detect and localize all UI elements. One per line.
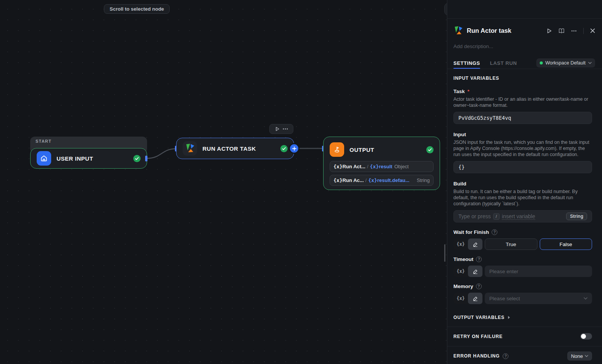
close-panel-icon[interactable]	[590, 28, 595, 33]
start-group-label: START	[36, 139, 147, 143]
variable-mode-button[interactable]: {x}	[453, 266, 468, 277]
error-heading: ERROR HANDLING	[453, 353, 500, 359]
edit-mode-button[interactable]	[468, 238, 482, 250]
var-source-name: Run Ac...	[342, 177, 364, 183]
slash-keycap: /	[493, 213, 500, 220]
panel-header: Run Actor task	[453, 26, 595, 35]
run-step-icon[interactable]	[547, 28, 552, 34]
memory-select[interactable]: Please select	[485, 293, 592, 304]
header-divider	[583, 28, 584, 34]
chevron-right-icon	[508, 316, 510, 319]
value-mode-toggle: {x}	[453, 293, 482, 304]
pencil-icon	[473, 242, 478, 247]
error-handling-section: ERROR HANDLING ? None	[453, 351, 592, 361]
more-options-icon[interactable]	[571, 30, 577, 32]
scroll-to-node-button[interactable]: Scroll to selected node	[104, 4, 170, 14]
chevron-down-icon	[584, 297, 587, 300]
variable-mode-button[interactable]: {x}	[453, 293, 468, 304]
build-placeholder-prefix: Type or press	[458, 213, 491, 219]
canvas-scrollbar-thumb[interactable]	[444, 244, 445, 262]
build-description: Build to run. It can be either a build t…	[453, 188, 592, 207]
edit-mode-button[interactable]	[468, 266, 482, 277]
timeout-label: Timeout	[453, 256, 473, 262]
section-divider	[447, 327, 602, 327]
json-input[interactable]: {}	[453, 161, 592, 173]
node-user-input[interactable]: USER INPUT	[30, 148, 147, 169]
path-slash: /	[367, 164, 369, 169]
task-description: Actor task identifier - ID or an alias i…	[453, 96, 592, 108]
output-port[interactable]	[145, 156, 147, 161]
pencil-icon	[473, 296, 478, 301]
help-icon[interactable]: ?	[492, 229, 497, 235]
wait-false-button[interactable]: False	[540, 238, 592, 250]
workspace-selector[interactable]: Workspace Default	[536, 58, 595, 68]
task-label: Task	[453, 89, 465, 94]
wait-true-button[interactable]: True	[485, 238, 537, 250]
help-icon[interactable]: ?	[476, 283, 482, 289]
node-settings-panel: Run Actor task Add descript	[447, 0, 602, 364]
help-icon[interactable]: ?	[476, 256, 482, 262]
memory-label: Memory	[453, 283, 473, 289]
add-node-button[interactable]	[290, 144, 298, 153]
node-title: OUTPUT	[350, 147, 421, 153]
help-icon[interactable]: ?	[503, 353, 508, 359]
task-input[interactable]: PvVdGcG5zsyT8E4vq	[453, 112, 592, 124]
var-path: result	[379, 164, 392, 169]
input-description: JSON input for the task run, which you c…	[453, 139, 592, 158]
var-source-name: Run Act...	[342, 164, 365, 169]
toggle-knob	[581, 334, 586, 339]
value-mode-toggle: {x}	[453, 238, 482, 250]
retry-toggle[interactable]	[580, 333, 592, 340]
node-more-icon[interactable]	[283, 128, 288, 130]
workspace-label: Workspace Default	[545, 60, 586, 66]
var-badge: {x}	[368, 177, 377, 183]
var-type: String	[417, 177, 430, 183]
insert-variable-link[interactable]: insert variable	[502, 213, 535, 220]
node-title: RUN ACTOR TASK	[202, 145, 275, 152]
type-badge: String	[566, 213, 587, 220]
panel-title: Run Actor task	[467, 27, 543, 34]
check-circle-icon	[133, 155, 141, 162]
tabs-divider	[447, 69, 602, 69]
error-handling-select[interactable]: None	[567, 351, 592, 361]
json-input-value: {}	[458, 164, 464, 170]
apify-logo-icon	[183, 141, 197, 156]
chevron-down-icon	[585, 355, 588, 357]
input-variables-heading: INPUT VARIABLES	[453, 76, 592, 81]
output-variable-row[interactable]: {x}Run Act... / {x}result Object	[330, 161, 434, 172]
edit-mode-button[interactable]	[468, 293, 482, 304]
var-path: result.defau...	[377, 177, 409, 183]
var-type: Object	[394, 164, 409, 169]
var-badge: {x}	[370, 164, 379, 169]
var-badge: {x}	[333, 164, 342, 169]
output-variables-heading: OUTPUT VARIABLES	[453, 315, 505, 320]
apify-logo-icon	[453, 26, 463, 35]
node-title: USER INPUT	[57, 155, 128, 162]
workspace-status-dot	[540, 61, 543, 64]
check-circle-icon	[280, 145, 288, 152]
docs-icon[interactable]	[558, 28, 565, 34]
panel-divider	[447, 18, 602, 19]
node-output[interactable]: OUTPUT {x}Run Act... / {x}result Object …	[323, 137, 440, 190]
build-input[interactable]: Type or press / insert variable String	[453, 210, 592, 222]
timeout-input[interactable]: Please enter	[485, 266, 592, 277]
path-slash: /	[365, 177, 367, 183]
variable-mode-button[interactable]: {x}	[453, 238, 468, 250]
description-input[interactable]: Add description...	[453, 43, 493, 49]
chevron-down-icon	[588, 62, 592, 64]
check-circle-icon	[426, 146, 434, 153]
var-badge: {x}	[333, 177, 342, 183]
section-divider	[447, 346, 602, 346]
node-hover-toolbar	[269, 124, 293, 134]
pencil-icon	[473, 269, 478, 274]
panel-tabs: SETTINGS LAST RUN Workspace Default	[453, 57, 595, 69]
output-variables-section[interactable]: OUTPUT VARIABLES	[453, 315, 592, 320]
node-run-actor-task[interactable]: RUN ACTOR TASK	[176, 138, 294, 159]
output-variable-row[interactable]: {x}Run Ac... / {x}result.defau... String	[330, 175, 434, 186]
retry-on-failure-section: RETRY ON FAILURE	[453, 333, 592, 340]
build-label: Build	[453, 181, 466, 187]
finish-flag-icon	[330, 142, 344, 157]
run-node-icon[interactable]	[275, 127, 280, 131]
tab-settings[interactable]: SETTINGS	[453, 57, 480, 69]
tab-last-run[interactable]: LAST RUN	[490, 57, 517, 69]
